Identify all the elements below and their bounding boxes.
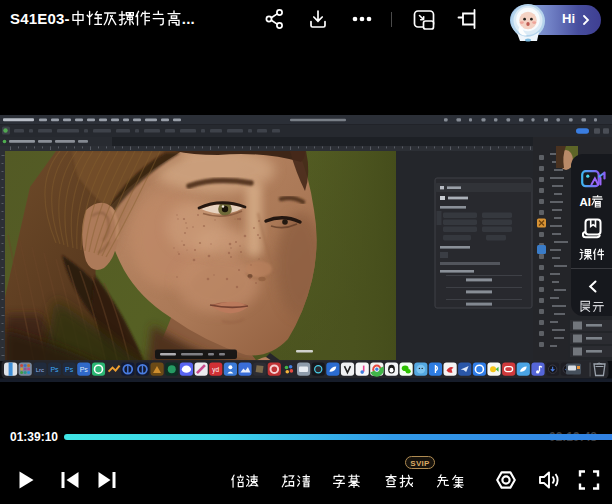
svg-text:yd: yd [212,366,219,374]
svg-text:Ps: Ps [50,366,59,373]
svg-text:Lrc: Lrc [36,367,44,373]
svg-text:Ps: Ps [80,366,89,373]
svg-text:Ps: Ps [65,366,74,373]
